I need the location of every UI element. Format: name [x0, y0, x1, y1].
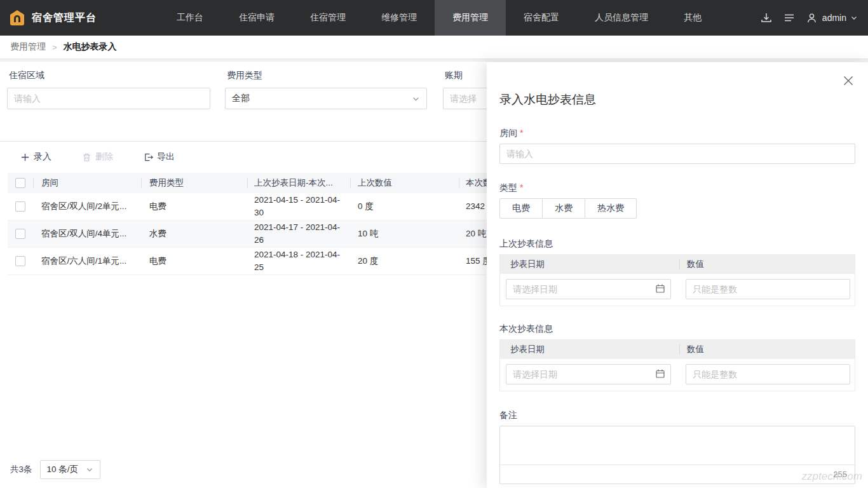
nav-item-repair-manage[interactable]: 维修管理 — [363, 0, 435, 36]
current-reading-row — [500, 359, 855, 391]
row-checkbox[interactable] — [15, 256, 25, 266]
remark-textarea[interactable] — [500, 426, 855, 464]
brand: 宿舍管理平台 — [0, 0, 159, 36]
filter-region: 住宿区域 — [7, 70, 210, 109]
delete-label: 删除 — [95, 151, 113, 163]
current-reading-date-header: 抄表日期 — [500, 340, 679, 359]
remark-label: 备注 — [499, 409, 855, 421]
menu-lines-icon[interactable] — [783, 11, 796, 24]
export-button[interactable]: 导出 — [144, 151, 175, 163]
last-reading-value-field — [686, 279, 850, 299]
last-reading-header: 抄表日期 数值 — [500, 255, 855, 274]
column-header-fee-type: 费用类型 — [141, 173, 247, 193]
type-option-electric[interactable]: 电费 — [499, 198, 543, 219]
add-record-label: 录入 — [34, 151, 51, 163]
nav-item-stay-manage[interactable]: 住宿管理 — [292, 0, 363, 36]
cell-room: 宿舍区/双人间/4单元... — [33, 228, 141, 240]
total-count: 共3条 — [10, 464, 32, 475]
current-reading-header: 抄表日期 数值 — [500, 340, 855, 359]
breadcrumb-parent[interactable]: 费用管理 — [10, 41, 46, 53]
current-reading-value-field — [686, 364, 850, 384]
app: 宿舍管理平台 工作台 住宿申请 住宿管理 维修管理 费用管理 宿舍配置 人员信息… — [0, 0, 868, 488]
topbar: 宿舍管理平台 工作台 住宿申请 住宿管理 维修管理 费用管理 宿舍配置 人员信息… — [0, 0, 868, 36]
breadcrumb-current: 水电抄表录入 — [64, 41, 117, 53]
last-reading-title: 上次抄表信息 — [499, 238, 855, 249]
close-icon[interactable] — [843, 75, 854, 86]
last-reading-date-input[interactable] — [506, 279, 671, 299]
download-icon[interactable] — [760, 11, 773, 24]
current-reading-title: 本次抄表信息 — [499, 323, 855, 334]
column-header-date-range: 上次抄表日期-本次... — [247, 173, 350, 193]
home-logo-icon — [9, 10, 25, 26]
type-label-text: 类型 — [499, 182, 517, 193]
region-input[interactable] — [7, 88, 210, 109]
last-reading-date-header: 抄表日期 — [500, 255, 679, 274]
cell-last-value: 10 吨 — [350, 228, 459, 240]
type-option-water[interactable]: 水费 — [542, 198, 585, 219]
cell-last-value: 20 度 — [350, 255, 459, 267]
delete-button[interactable]: 删除 — [82, 151, 113, 163]
cell-date-range: 2021-04-18 - 2021-04-25 — [247, 248, 350, 273]
filter-fee-type-label: 费用类型 — [227, 70, 427, 81]
room-field-label: 房间* — [499, 127, 855, 139]
last-reading-value-header: 数值 — [679, 255, 855, 274]
current-reading-date-input[interactable] — [506, 364, 671, 384]
fee-type-button-group: 电费 水费 热水费 — [499, 198, 855, 219]
username: admin — [822, 13, 846, 23]
nav-item-other[interactable]: 其他 — [666, 0, 719, 36]
required-asterisk: * — [520, 128, 523, 138]
current-reading-date-field — [506, 364, 671, 384]
row-checkbox[interactable] — [15, 229, 25, 239]
app-title: 宿舍管理平台 — [32, 11, 97, 25]
breadcrumb: 费用管理 > 水电抄表录入 — [0, 36, 868, 59]
drawer-title: 录入水电抄表信息 — [499, 62, 855, 108]
room-label-text: 房间 — [499, 128, 517, 138]
current-reading-table: 抄表日期 数值 — [499, 339, 855, 391]
current-reading-value-input[interactable] — [686, 364, 850, 384]
nav-item-dorm-config[interactable]: 宿舍配置 — [506, 0, 577, 36]
page-size-select[interactable]: 10 条/页 — [40, 460, 100, 479]
pagination: 共3条 10 条/页 — [10, 460, 100, 479]
type-option-hot-water[interactable]: 热水费 — [585, 198, 637, 219]
page-size-value: 10 条/页 — [47, 464, 79, 475]
type-field-label: 类型* — [499, 182, 855, 193]
chevron-down-icon — [86, 466, 93, 473]
entry-drawer: 录入水电抄表信息 房间* 类型* 电费 水费 热水费 上次抄表信息 抄表日期 数… — [487, 62, 868, 488]
user-icon — [806, 11, 818, 24]
cell-fee-type: 水费 — [141, 228, 247, 240]
last-reading-row — [500, 274, 855, 306]
topbar-right: admin — [760, 0, 868, 36]
nav-item-personnel-info[interactable]: 人员信息管理 — [577, 0, 666, 36]
column-header-room: 房间 — [33, 173, 141, 193]
column-header-last-value: 上次数值 — [350, 173, 459, 193]
nav-item-stay-apply[interactable]: 住宿申请 — [221, 0, 292, 36]
nav-item-workbench[interactable]: 工作台 — [159, 0, 221, 36]
cell-last-value: 0 度 — [350, 201, 459, 212]
cell-room: 宿舍区/双人间/2单元... — [33, 201, 141, 212]
filter-fee-type: 费用类型 全部 — [225, 70, 427, 109]
chevron-down-icon — [412, 95, 420, 103]
cell-fee-type: 电费 — [141, 201, 247, 212]
remark-field: 255 — [499, 426, 855, 484]
main-nav: 工作台 住宿申请 住宿管理 维修管理 费用管理 宿舍配置 人员信息管理 其他 — [159, 0, 719, 36]
chevron-down-icon — [850, 14, 858, 22]
fee-type-select[interactable]: 全部 — [225, 88, 427, 109]
add-record-button[interactable]: 录入 — [20, 151, 51, 163]
current-reading-value-header: 数值 — [679, 340, 855, 359]
last-reading-date-field — [506, 279, 671, 299]
nav-item-fee-manage[interactable]: 费用管理 — [435, 0, 506, 36]
cell-fee-type: 电费 — [141, 255, 247, 267]
remark-counter: 255 — [500, 464, 855, 484]
cell-room: 宿舍区/六人间/1单元... — [33, 255, 141, 267]
filter-region-label: 住宿区域 — [9, 70, 210, 81]
user-menu[interactable]: admin — [806, 11, 858, 24]
breadcrumb-separator: > — [52, 43, 57, 52]
select-all-checkbox[interactable] — [15, 178, 25, 188]
cell-date-range: 2021-04-17 - 2021-04-26 — [247, 221, 350, 246]
last-reading-value-input[interactable] — [686, 279, 850, 299]
cell-date-range: 2021-04-15 - 2021-04-30 — [247, 194, 350, 219]
export-label: 导出 — [157, 151, 175, 163]
fee-type-select-value: 全部 — [232, 93, 250, 104]
room-input[interactable] — [499, 144, 855, 164]
row-checkbox[interactable] — [15, 201, 25, 212]
